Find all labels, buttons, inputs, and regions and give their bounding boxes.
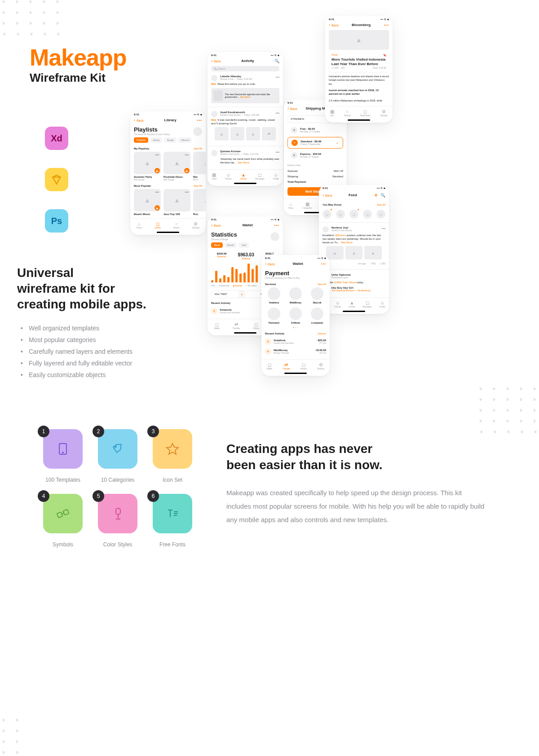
search-icon[interactable]: 🔍 — [274, 59, 279, 63]
colors-tile — [98, 494, 137, 533]
ship-option-express[interactable]: ⌖Express - $19.50Sunday, 27 August — [287, 150, 343, 161]
categories-tile — [98, 429, 137, 469]
adobe-xd-tile: Xd — [45, 127, 68, 150]
promo-heading: been easier than it is now. — [226, 457, 487, 473]
back-button[interactable]: Back — [211, 58, 221, 63]
templates-tile — [43, 429, 83, 469]
tab-playlists[interactable]: Playlists — [134, 137, 148, 143]
phone-activity: 9:41••• ᯤ ■ BackActivity🔍 🔍 Search Lidmi… — [208, 52, 283, 186]
range-week[interactable]: Week — [211, 242, 223, 248]
back-button[interactable]: Back — [287, 106, 297, 111]
see-all-link[interactable]: See All — [194, 185, 202, 187]
hero-subtitle: Wireframe Kit — [30, 71, 127, 85]
iconset-tile — [153, 429, 192, 469]
range-month[interactable]: Month — [225, 242, 237, 248]
search-icon[interactable]: 🔍 — [380, 193, 385, 198]
more-icon[interactable]: ••• — [197, 118, 202, 122]
see-all-link[interactable]: See All — [377, 203, 385, 206]
phone-payment: 9:41••• ᯤ ■ BackWallet••• Payment Choose… — [261, 255, 330, 376]
phone-article: 9:41••• ᯤ ■ BackBloomberg••• ▲ Travel🔖 M… — [325, 16, 393, 123]
see-all-link[interactable]: See All — [318, 283, 326, 286]
ship-option-standard[interactable]: ⌖Standard - $6.99Friday, 8 September✓ — [287, 137, 343, 149]
back-button[interactable]: Back — [134, 118, 144, 123]
range-year[interactable]: Year — [239, 242, 249, 248]
avatar[interactable] — [193, 127, 202, 136]
back-button[interactable]: Back — [329, 22, 339, 27]
promo-body: Makeapp was created specifically to help… — [226, 486, 487, 527]
phone-library: 9:41••• ᯤ ■ BackLibrary••• Playlists You… — [130, 111, 206, 235]
tab-songs[interactable]: Songs — [164, 137, 177, 143]
symbols-tile — [43, 494, 83, 533]
tab-artists[interactable]: Artists — [150, 137, 162, 143]
add-icon[interactable]: ＋ — [373, 192, 379, 198]
hero-title: Makeapp — [30, 44, 127, 71]
svg-point-1 — [62, 452, 63, 453]
back-button[interactable]: Back — [211, 223, 221, 228]
sketch-tile — [45, 168, 68, 191]
see-all-link[interactable]: See All — [194, 147, 202, 150]
svg-rect-3 — [57, 512, 63, 518]
fonts-tile — [153, 494, 192, 533]
promo-heading: Creating apps has never — [226, 441, 487, 457]
svg-point-2 — [115, 446, 116, 448]
svg-rect-5 — [116, 508, 120, 514]
tab-albums[interactable]: Albums — [178, 137, 192, 143]
search-input[interactable]: 🔍 Search — [211, 66, 279, 71]
ship-option-free[interactable]: ⌖Free - $0.00Monday, 27 October — [287, 125, 343, 136]
photoshop-tile: Ps — [45, 209, 68, 233]
svg-rect-4 — [63, 510, 69, 515]
back-button[interactable]: Back — [323, 193, 332, 198]
back-button[interactable]: Back — [265, 261, 275, 266]
